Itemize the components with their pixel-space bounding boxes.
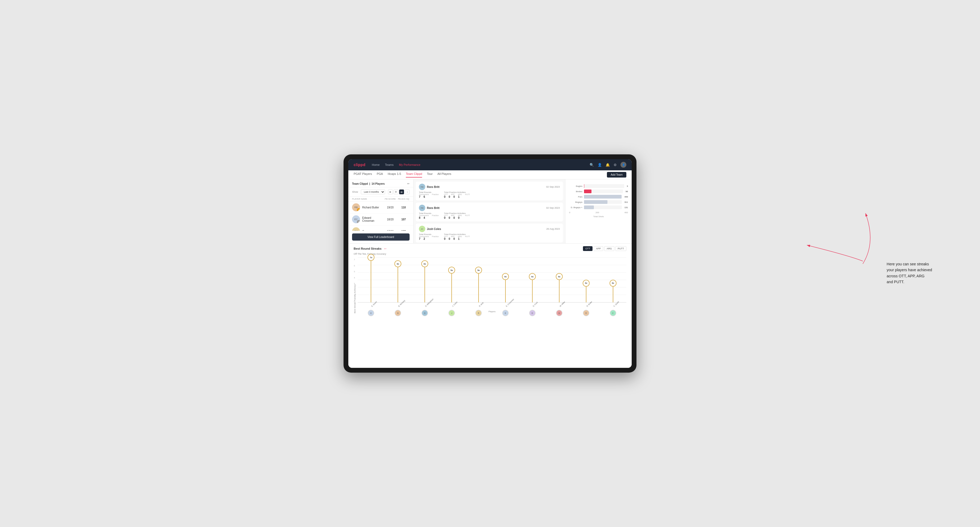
team-title: Team Clippd | 14 Players [352, 182, 385, 185]
col-player-header: PLAYER NAME [352, 198, 383, 200]
player-row[interactable]: RB 1 Richard Butler 19/20 110 [348, 202, 413, 213]
col-pb-header: PB SCORE [383, 198, 398, 200]
subnav-tour[interactable]: Tour [427, 172, 433, 178]
streak-player-col: 3xR. ButlerR [573, 257, 600, 302]
rounds-stat: Total Rounds Tournament Practice 7 6 [419, 191, 439, 198]
player-name-label: E. Ewert [371, 301, 377, 307]
card-date: 02 Sep 2023 [546, 206, 560, 209]
streaks-section: Best Round Streaks ← OTT APP ARG PUTT Of… [348, 243, 632, 368]
col-headers: PLAYER NAME PB SCORE PB AVG SQ [348, 197, 413, 202]
rounds-label: Total Rounds [419, 212, 439, 214]
view-leaderboard-button[interactable]: View Full Leaderboard [352, 233, 410, 241]
nav-teams[interactable]: Teams [385, 163, 394, 167]
search-icon[interactable]: 🔍 [590, 163, 594, 167]
chart-grid: 7xE. EwertE6xB. McHargB6xD. BillinghamD5… [358, 257, 626, 303]
practice-stat: Total Practice Activities OTT APP ARG PU… [444, 233, 470, 240]
bar-container-pars [584, 195, 622, 198]
player-name-label: M. Miller [559, 301, 566, 307]
nav-my-performance[interactable]: My Performance [399, 163, 420, 167]
player-name: Richard Butler [362, 206, 383, 209]
nav-home[interactable]: Home [372, 163, 379, 167]
practice-sublabels: OTT APP ARG PUTT [444, 236, 470, 237]
nav-icons: 🔍 👤 🔔 ⚙ 👤 [590, 162, 626, 168]
settings-icon[interactable]: ⚙ [614, 163, 617, 167]
subnav-pga[interactable]: PGA [377, 172, 383, 178]
bar-fill-pars [584, 195, 622, 198]
rounds-label: Total Rounds [419, 233, 439, 236]
streak-dot[interactable]: 5x [448, 267, 455, 274]
player-row[interactable]: EC 2 Edward Crossman 18/20 107 [348, 213, 413, 225]
sub-nav: PGAT Players PGA Hcaps 1-5 Team Clippd T… [348, 170, 632, 179]
streak-line [478, 270, 479, 302]
subnav-team-clippd[interactable]: Team Clippd [406, 172, 422, 178]
practice-sublabels: OTT APP ARG PUTT [444, 214, 470, 216]
player-name-label: D. Billingham [425, 298, 434, 307]
annotation-lines [860, 240, 940, 293]
pb-score: 19/20 [383, 206, 398, 209]
rounds-stat: Total Rounds Tournament Practice 8 4 [419, 212, 439, 219]
bar-fill-eagles [584, 184, 584, 188]
streak-line [425, 264, 425, 302]
streak-dot[interactable]: 7x [368, 254, 374, 261]
add-team-button[interactable]: Add Team [607, 172, 626, 178]
streak-chart-wrapper: Best Streak, Fairway Accuracy 7 6 5 4 3 … [348, 257, 632, 316]
player-name: Cameron... [362, 230, 383, 231]
bar-label-eagles: Eagles [569, 185, 582, 187]
bar-row-eagles: Eagles 3 [569, 184, 628, 188]
card-view-btn[interactable]: ▤ [399, 189, 404, 194]
card-stats: Total Rounds Tournament Practice 8 4 [419, 212, 560, 219]
rounds-values: 7 2 [419, 237, 439, 240]
streak-dot[interactable]: 6x [421, 260, 428, 267]
card-player-name: Rees Britt [427, 206, 439, 210]
streak-dot[interactable]: 6x [395, 260, 401, 267]
card-player-name: Josh Coles [427, 227, 441, 230]
filter-app-btn[interactable]: APP [593, 246, 603, 251]
streak-player-col: 3xC. QuickC [600, 257, 626, 302]
player-name-label: C. Quick [613, 301, 619, 307]
bar-container-eagles [584, 184, 624, 188]
rounds-sublabels: Tournament Practice [419, 214, 439, 216]
player-avatar: CM 3 [352, 227, 360, 231]
player-avatar: RB 1 [352, 203, 360, 211]
player-name-label: D. Ford [532, 301, 538, 307]
bar-container-bogeys [584, 200, 622, 204]
card-date: 26 Aug 2023 [546, 227, 560, 230]
player-row[interactable]: CM 3 Cameron... 17/20 103 [348, 225, 413, 231]
subnav-hcaps[interactable]: Hcaps 1-5 [388, 172, 401, 178]
filter-ott-btn[interactable]: OTT [583, 246, 593, 251]
grid-view-btn[interactable]: ⊞ [388, 189, 393, 194]
bar-chart-panel: Eagles 3 Birdies 96 [565, 179, 632, 243]
card-avatar: RB [419, 184, 425, 190]
streak-dot[interactable]: 3x [609, 280, 616, 287]
streak-dot[interactable]: 4x [556, 273, 563, 280]
player-name-label: R. Britt [479, 302, 484, 307]
streak-dot[interactable]: 5x [475, 267, 482, 274]
filter-buttons: OTT APP ARG PUTT [583, 246, 626, 251]
streak-dot[interactable]: 4x [502, 273, 509, 280]
pb-score: 18/20 [383, 218, 398, 221]
subnav-all-players[interactable]: All Players [438, 172, 451, 178]
bar-fill-birdies [584, 189, 592, 193]
bar-label-bogeys: Bogeys [569, 201, 582, 203]
list-view-btn[interactable]: ☰ [394, 189, 398, 194]
settings-view-btn[interactable]: ↕ [405, 189, 410, 194]
card-player-info: JC Josh Coles [419, 226, 441, 232]
streak-dot[interactable]: 3x [583, 280, 590, 287]
period-selector[interactable]: Last 3 months Last 6 months Last year [361, 189, 385, 194]
player-cards-section: RB Rees Britt 02 Sep 2023 Total Rounds T… [414, 179, 565, 243]
tablet-screen: clippd Home Teams My Performance 🔍 👤 🔔 ⚙… [348, 159, 632, 368]
card-header: RB Rees Britt 02 Sep 2023 [419, 184, 560, 190]
practice-label: Total Practice Activities [444, 191, 470, 194]
subnav-pgat[interactable]: PGAT Players [354, 172, 372, 178]
filter-arg-btn[interactable]: ARG [604, 246, 614, 251]
card-stats: Total Rounds Tournament Practice 7 2 [419, 233, 560, 240]
edit-icon[interactable]: ✏ [407, 182, 410, 186]
bell-icon[interactable]: 🔔 [606, 163, 610, 167]
filter-putt-btn[interactable]: PUTT [616, 246, 627, 251]
streak-dot[interactable]: 4x [529, 273, 536, 280]
streak-line [451, 270, 452, 302]
person-icon[interactable]: 👤 [598, 163, 602, 167]
bar-chart: Eagles 3 Birdies 96 [569, 184, 628, 209]
user-avatar[interactable]: 👤 [620, 162, 626, 168]
pb-score: 17/20 [383, 230, 398, 231]
